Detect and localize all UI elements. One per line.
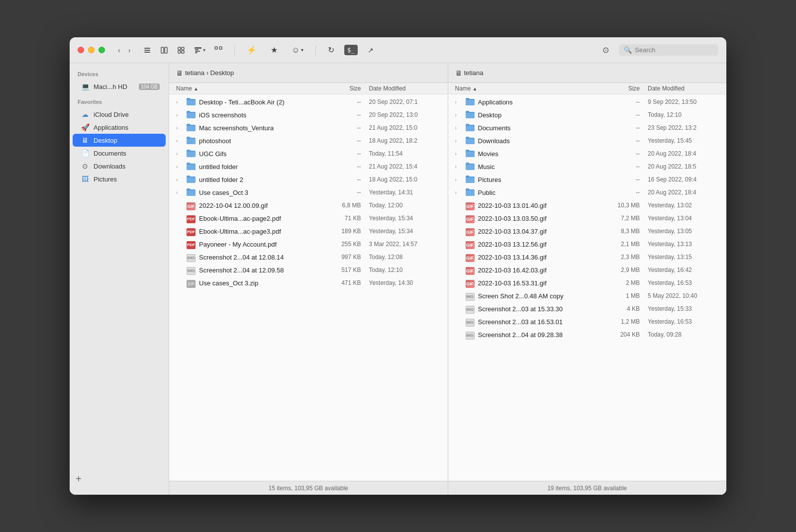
list-item[interactable]: › Public -- 20 Aug 2022, 18:4 (448, 186, 727, 199)
flash-button[interactable]: ⚡ (243, 43, 261, 57)
file-chevron: › (176, 190, 183, 195)
list-item[interactable]: IMG Screenshot 2...04 at 09.28.38 204 KB… (448, 328, 727, 341)
file-icon: IMG (465, 291, 475, 301)
refresh-button[interactable]: ↻ (324, 43, 338, 57)
left-col-name[interactable]: Name ▲ (176, 85, 321, 92)
add-sidebar-button[interactable]: + (76, 473, 82, 485)
sidebar-item-desktop[interactable]: 🖥 Desktop (73, 134, 166, 147)
list-item[interactable]: IMG Screenshot 2...03 at 15.33.30 4 KB Y… (448, 302, 727, 315)
list-item[interactable]: › Applications -- 9 Sep 2022, 13:50 (448, 95, 727, 108)
list-item[interactable]: GIF 2022-10-03 13.03.50.gif 7,2 MB Yeste… (448, 212, 727, 225)
minimize-button[interactable] (88, 47, 95, 53)
list-view-button[interactable] (139, 44, 155, 57)
right-file-list: › Applications -- 9 Sep 2022, 13:50 › De… (448, 94, 727, 481)
list-item[interactable]: GIF 2022-10-03 13.14.36.gif 2,3 MB Yeste… (448, 251, 727, 264)
svg-rect-9 (195, 47, 201, 49)
list-item[interactable]: › Mac screenshots_Ventura -- 21 Aug 2022… (169, 121, 448, 134)
list-item[interactable]: GIF 2022-10-03 13.01.40.gif 10,3 MB Yest… (448, 199, 727, 212)
forward-button[interactable]: › (125, 44, 134, 56)
svg-rect-2 (144, 52, 150, 53)
file-size: 997 KB (321, 254, 361, 261)
file-chevron: › (176, 151, 183, 157)
file-name-cell: IMG Screenshot 2...03 at 16.53.01 (455, 317, 600, 327)
file-size: 1 MB (600, 292, 640, 299)
gallery-view-button[interactable] (173, 44, 189, 57)
search-bar[interactable]: 🔍 (619, 44, 718, 56)
file-size: -- (321, 150, 361, 157)
file-name-cell: › Music (455, 162, 600, 172)
list-item[interactable]: › Music -- 20 Aug 2022, 18:5 (448, 160, 727, 173)
file-size: 1,2 MB (600, 318, 640, 325)
list-item[interactable]: GIF 2022-10-03 13.04.37.gif 8,3 MB Yeste… (448, 225, 727, 238)
left-col-sort-arrow: ▲ (194, 86, 199, 91)
face-button[interactable]: ☺ ▾ (288, 43, 307, 57)
left-file-list: › Desktop - Teti...acBook Air (2) -- 20 … (169, 94, 448, 481)
list-item[interactable]: GIF 2022-10-03 16.42.03.gif 2,9 MB Yeste… (448, 264, 727, 276)
list-item[interactable]: › Desktop -- Today, 12:10 (448, 108, 727, 121)
list-item[interactable]: IMG Screenshot 2...04 at 12.09.58 517 KB… (169, 264, 448, 276)
sidebar-item-downloads[interactable]: ⊙ Downloads (73, 160, 166, 173)
back-button[interactable]: ‹ (115, 44, 123, 56)
sidebar-item-icloud-drive[interactable]: ☁ iCloud Drive (73, 108, 166, 121)
list-item[interactable]: PDF Ebook-Ultima...ac-page3.pdf 189 KB Y… (169, 225, 448, 238)
list-item[interactable]: IMG Screenshot 2...04 at 12.08.14 997 KB… (169, 251, 448, 264)
sidebar-item-documents[interactable]: 📄 Documents (73, 147, 166, 160)
search-input[interactable] (635, 46, 713, 54)
list-item[interactable]: › Desktop - Teti...acBook Air (2) -- 20 … (169, 95, 448, 108)
file-icon: IMG (186, 252, 196, 262)
list-item[interactable]: IMG Screenshot 2...03 at 16.53.01 1,2 MB… (448, 315, 727, 328)
file-name-cell: PDF Ebook-Ultima...ac-page2.pdf (176, 213, 321, 223)
terminal-button[interactable]: $_ (344, 45, 358, 55)
right-col-date-header[interactable]: Date Modified (640, 85, 719, 92)
sidebar-item-applications[interactable]: 🚀 Applications (73, 121, 166, 134)
list-item[interactable]: GIF 2022-10-04 12.00.09.gif 6,8 MB Today… (169, 199, 448, 212)
list-item[interactable]: GIF 2022-10-03 16.53.31.gif 2 MB Yesterd… (448, 276, 727, 289)
svg-rect-4 (165, 47, 167, 53)
file-label: photoshoot (199, 137, 231, 145)
list-item[interactable]: › Pictures -- 16 Sep 2022, 09:4 (448, 173, 727, 186)
list-item[interactable]: GIF 2022-10-03 13.12.56.gif 2,1 MB Yeste… (448, 238, 727, 251)
sidebar-item-macintosh-hd[interactable]: 💻 Maci...h HD 104 GB (73, 80, 166, 93)
file-name-cell: GIF 2022-10-03 16.53.31.gif (455, 278, 600, 288)
sort-icon (194, 46, 202, 54)
list-item[interactable]: › untitled folder -- 21 Aug 2022, 15:4 (169, 160, 448, 173)
list-item[interactable]: › iOS screenshots -- 20 Sep 2022, 13:0 (169, 108, 448, 121)
list-item[interactable]: › Use cases_Oct 3 -- Yesterday, 14:31 (169, 186, 448, 199)
left-col-date-header[interactable]: Date Modified (361, 85, 441, 92)
close-button[interactable] (78, 47, 84, 53)
share-button[interactable]: ↗ (364, 44, 378, 57)
list-item[interactable]: › Downloads -- Yesterday, 15:45 (448, 134, 727, 147)
list-item[interactable]: PDF Ebook-Ultima...ac-page2.pdf 71 KB Ye… (169, 212, 448, 225)
fullscreen-button[interactable] (99, 47, 105, 53)
list-item[interactable]: › Documents -- 23 Sep 2022, 13:2 (448, 121, 727, 134)
titlebar: ‹ › (70, 37, 726, 63)
right-col-headers: Name ▲ Size Date Modified (448, 83, 727, 94)
sidebar-item-pictures[interactable]: 🖼 Pictures (73, 173, 166, 185)
right-col-name[interactable]: Name ▲ (455, 85, 600, 92)
icloud-drive-icon: ☁ (81, 110, 90, 118)
file-label: Applications (478, 98, 513, 106)
file-icon (186, 175, 196, 184)
left-col-size-header[interactable]: Size (321, 85, 361, 92)
file-chevron: › (455, 177, 462, 182)
file-date: 20 Aug 2022, 18:5 (640, 163, 719, 170)
file-icon (465, 162, 475, 172)
column-view-button[interactable] (156, 44, 172, 57)
right-col-size-header[interactable]: Size (600, 85, 640, 92)
list-item[interactable]: ZIP Use cases_Oct 3.zip 471 KB Yesterday… (169, 276, 448, 289)
list-item[interactable]: › UGC Gifs -- Today, 11:54 (169, 147, 448, 160)
file-panels: 🖥 tetiana › Desktop Name ▲ Size Date Mod… (169, 63, 726, 495)
fullscreen-icon-button[interactable] (210, 44, 226, 57)
svg-rect-12 (195, 52, 198, 53)
list-item[interactable]: › Movies -- 20 Aug 2022, 18:4 (448, 147, 727, 160)
sort-button[interactable]: ▾ (190, 44, 209, 57)
list-item[interactable]: PDF Payoneer - My Account.pdf 255 KB 3 M… (169, 238, 448, 251)
downloads-label: Downloads (94, 163, 125, 170)
list-item[interactable]: › photoshoot -- 18 Aug 2022, 18:2 (169, 134, 448, 147)
list-item[interactable]: IMG Screen Shot 2...0.48 AM copy 1 MB 5 … (448, 289, 727, 302)
file-date: Yesterday, 16:42 (640, 266, 719, 273)
list-item[interactable]: › untitled folder 2 -- 18 Aug 2022, 15:0 (169, 173, 448, 186)
file-date: 20 Sep 2022, 07:1 (361, 98, 441, 105)
download-center-button[interactable]: ⊙ (598, 43, 613, 57)
star-button[interactable]: ★ (267, 43, 282, 57)
